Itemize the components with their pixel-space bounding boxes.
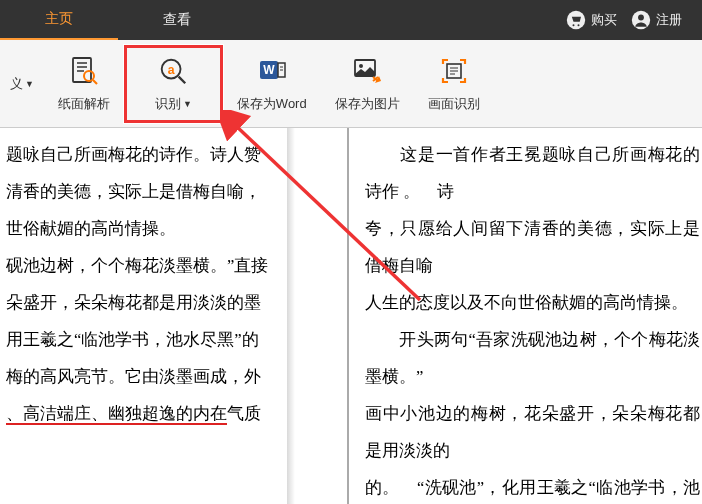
text-line: 梅的高风亮节。它由淡墨画成，外 (6, 358, 333, 395)
content-area: 题咏自己所画梅花的诗作。诗人赞 清香的美德，实际上是借梅自喻， 世俗献媚的高尚情… (0, 128, 702, 504)
image-out-icon (351, 55, 383, 87)
text-line: 砚池边树，个个梅花淡墨横。”直接 (6, 247, 333, 284)
chevron-down-icon: ▼ (183, 99, 192, 109)
toolbar-label-1: 纸面解析 (58, 95, 110, 113)
buy-label: 购买 (591, 11, 617, 29)
toolbar: 义▼ 纸面解析 a 识别▼ W 保存为Word 保存为图片 画面识别 (0, 40, 702, 128)
toolbar-label-3: 保存为Word (237, 95, 307, 113)
text-line: 用王羲之“临池学书，池水尽黑”的 (6, 321, 333, 358)
cart-icon (566, 10, 586, 30)
toolbar-item-save-image[interactable]: 保存为图片 (321, 45, 414, 123)
text-line: 清香的美德，实际上是借梅自喻， (6, 173, 333, 210)
right-pane: 这是一首作者王冕题咏自己所画梅花的诗作 。 诗 夸，只愿给人间留下清香的美德，实… (349, 128, 702, 504)
svg-point-7 (84, 71, 94, 81)
toolbar-label-2: 识别 (155, 95, 181, 113)
word-icon: W (256, 55, 288, 87)
a-mag-icon: a (157, 55, 189, 87)
register-button[interactable]: 注册 (631, 10, 682, 30)
text-line: 这是一首作者王冕题咏自己所画梅花的诗作 。 诗 (365, 136, 700, 210)
screen-id-icon (438, 55, 470, 87)
text-line: 、高洁端庄、幽独超逸的内在气质 (6, 395, 333, 432)
svg-text:a: a (168, 62, 175, 76)
register-label: 注册 (656, 11, 682, 29)
text-line: 世俗献媚的高尚情操。 (6, 210, 333, 247)
tab-view[interactable]: 查看 (118, 0, 236, 40)
left-document: 题咏自己所画梅花的诗作。诗人赞 清香的美德，实际上是借梅自喻， 世俗献媚的高尚情… (0, 136, 339, 432)
text-line: 人生的态度以及不向世俗献媚的高尚情操。 (365, 284, 700, 321)
toolbar-item-save-word[interactable]: W 保存为Word (223, 45, 321, 123)
svg-text:W: W (263, 63, 275, 77)
text-line: 题咏自己所画梅花的诗作。诗人赞 (6, 136, 333, 173)
svg-point-18 (359, 64, 363, 68)
text-line: 夸，只愿给人间留下清香的美德，实际上是借梅自喻 (365, 210, 700, 284)
titlebar: 主页 查看 购买 注册 (0, 0, 702, 40)
chevron-down-icon: ▼ (25, 79, 34, 89)
toolbar-item-screen-recognize[interactable]: 画面识别 (414, 45, 494, 123)
page-mag-icon (68, 55, 100, 87)
text-line: 的。 “洗砚池”，化用王羲之“临池学书，池水尽黑 (365, 469, 700, 504)
text-line: 画中小池边的梅树，花朵盛开，朵朵梅花都是用淡淡的 (365, 395, 700, 469)
toolbar-item-recognize[interactable]: a 识别▼ (124, 45, 223, 123)
text-span: 、高洁端庄、幽独超逸的内在 (6, 404, 227, 423)
toolbar-item-parse[interactable]: 纸面解析 (44, 45, 124, 123)
svg-point-2 (638, 15, 644, 21)
svg-rect-3 (73, 58, 91, 82)
svg-line-10 (179, 76, 186, 83)
toolbar-label-5: 画面识别 (428, 95, 480, 113)
tab-home[interactable]: 主页 (0, 0, 118, 40)
user-icon (631, 10, 651, 30)
right-document: 这是一首作者王冕题咏自己所画梅花的诗作 。 诗 夸，只愿给人间留下清香的美德，实… (363, 136, 702, 504)
buy-button[interactable]: 购买 (566, 10, 617, 30)
toolbar-label-4: 保存为图片 (335, 95, 400, 113)
text-line: 朵盛开，朵朵梅花都是用淡淡的墨 (6, 284, 333, 321)
left-pane: 题咏自己所画梅花的诗作。诗人赞 清香的美德，实际上是借梅自喻， 世俗献媚的高尚情… (0, 128, 349, 504)
toolbar-label-0: 义 (10, 75, 23, 93)
text-span: 气质 (227, 404, 261, 423)
svg-line-8 (93, 80, 97, 84)
text-line: 开头两句“吾家洗砚池边树，个个梅花淡墨横。” (365, 321, 700, 395)
toolbar-item-truncated[interactable]: 义▼ (10, 45, 44, 123)
